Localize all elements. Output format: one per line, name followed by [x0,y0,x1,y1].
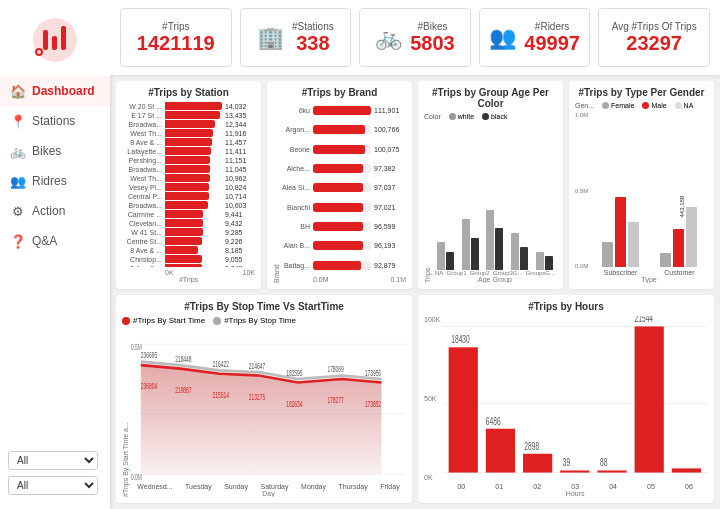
station-val: 10,603 [225,202,255,209]
group-bar-pair [511,210,528,270]
svg-text:21544: 21544 [635,316,654,325]
bikes-icon: 🚲 [10,143,26,159]
station-bar-fill [165,120,215,128]
group-black-bar [446,252,454,270]
station-name: Clevelan... [122,220,162,227]
sidebar-item-ridres[interactable]: 👥 Ridres [0,166,110,196]
brand-bar-inner [313,203,363,212]
stop-val-3: 214647 [249,361,265,370]
station-bar-wrap [165,183,222,191]
start-val-2: 215514 [213,391,229,400]
sidebar: 🏠 Dashboard 📍 Stations 🚲 Bikes 👥 Ridres … [0,0,110,509]
brand-val: 96,193 [374,242,406,249]
brand-val: 92,879 [374,262,406,269]
station-bar-fill [165,183,209,191]
brand-row: Alche... 97,382 [282,164,406,173]
station-val: 10,962 [225,175,255,182]
brand-row: Battag... 92,879 [282,261,406,270]
hours-bar-00 [449,347,478,472]
station-bar-fill [165,228,203,236]
brand-bar-outer [313,164,371,173]
stop-val-5: 178069 [327,365,343,374]
station-name: West Th... [122,175,162,182]
brand-name: BH [282,223,310,230]
station-row: Christop... 9,055 [122,255,255,263]
stat-avg-trips-value: 23297 [626,32,682,55]
station-val: 9,441 [225,211,255,218]
station-bar-fill [165,192,209,200]
station-name: Broadwa... [122,166,162,173]
station-name: Broadwa... [122,121,162,128]
stat-riders: 👥 #Riders 49997 [479,8,591,67]
gender-bars: 752,084 443,188 [590,112,708,267]
station-bar-wrap [165,102,222,110]
brand-val: 100,766 [374,126,406,133]
brand-name: Alea Si... [282,184,310,191]
stations-stat-icon: 🏢 [257,25,284,51]
svg-text:6486: 6486 [486,415,501,427]
brand-name: Argon... [282,126,310,133]
sidebar-item-stations[interactable]: 📍 Stations [0,106,110,136]
station-row: West Th... 10,962 [122,174,255,182]
ridres-icon: 👥 [10,173,26,189]
brand-y-label: Brand [273,102,280,283]
sidebar-item-dashboard[interactable]: 🏠 Dashboard [0,76,110,106]
station-bar-fill [165,237,202,245]
start-val-3: 213275 [249,392,265,401]
gender-legend: Gen... Female Male NA [575,102,708,109]
sidebar-item-action[interactable]: ⚙ Action [0,196,110,226]
qanda-icon: ❓ [10,233,26,249]
station-name: 8 Ave & ... [122,247,162,254]
filter-select-2[interactable]: All [8,476,98,495]
gender-chart: #Trips by Type Per Gender Gen... Female … [569,81,714,289]
group-black-bar [520,247,528,270]
group-cluster [509,210,531,270]
filter-select-1[interactable]: All [8,451,98,470]
cust-male-bar [673,229,684,267]
station-row: Central P... 10,714 [122,192,255,200]
hours-bar-01 [486,429,515,473]
sidebar-label-dashboard: Dashboard [32,84,95,98]
hours-chart-title: #Trips by Hours [424,301,708,312]
sidebar-item-bikes[interactable]: 🚲 Bikes [0,136,110,166]
station-chart-title: #Trips by Station [122,87,255,98]
station-name: Vesey Pl... [122,184,162,191]
station-bar-wrap [165,255,222,263]
station-bar-wrap [165,165,222,173]
hours-bar-03 [561,470,590,472]
riders-stat-icon: 👥 [489,25,516,51]
sidebar-item-qanda[interactable]: ❓ Q&A [0,226,110,256]
brand-bar-outer [313,222,371,231]
station-bar-wrap [165,156,222,164]
station-val: 9,055 [225,256,255,263]
start-val-1: 219887 [175,385,191,394]
brand-bar-outer [313,203,371,212]
station-bar-fill [165,165,210,173]
stat-bikes-value: 5803 [410,32,455,55]
stop-val-0: 236695 [141,351,157,360]
gender-x-label: Type [590,276,708,283]
brand-bars: 6ku 111,901 Argon... 100,766 Beone 100,0… [282,102,406,274]
brand-val: 111,901 [374,107,406,114]
sidebar-nav: 🏠 Dashboard 📍 Stations 🚲 Bikes 👥 Ridres … [0,76,110,445]
svg-rect-3 [61,26,66,50]
brand-bar-inner [313,164,363,173]
logo-icon [31,16,79,64]
charts-area: #Trips by Station W 20 St ... 14,032 E 1… [110,75,720,509]
stat-trips-label: #Trips [162,21,189,32]
svg-text:2898: 2898 [525,440,540,452]
stat-avg-trips-label: Avg #Trips Of Trips [612,21,697,32]
station-row: W 41 St... 9,285 [122,228,255,236]
hours-bar-05 [635,326,664,472]
hours-chart: #Trips by Hours 100K 50K 0K [418,295,714,503]
station-bar-fill [165,246,198,254]
station-bar-fill [165,210,203,218]
stats-bar: #Trips 1421119 🏢 #Stations 338 🚲 #Bikes … [110,0,720,75]
station-row: Carmine ... 9,441 [122,210,255,218]
svg-text:0.0M: 0.0M [131,472,142,481]
brand-bar-outer [313,145,371,154]
brand-chart: #Trips by Brand Brand 6ku 111,901 Argon.… [267,81,412,289]
brand-row: Alan B... 96,193 [282,241,406,250]
station-val: 9,432 [225,220,255,227]
station-bar-fill [165,264,202,267]
